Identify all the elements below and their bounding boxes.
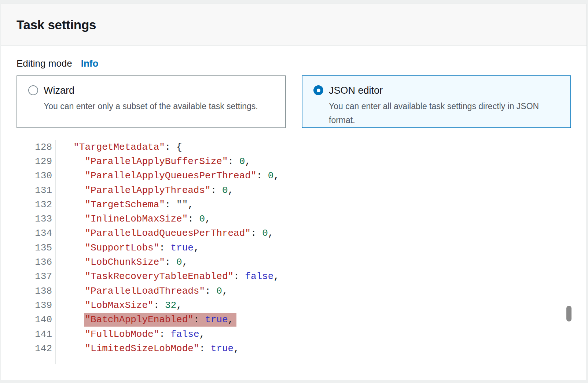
code-text[interactable]: "ParallelApplyQueuesPerThread": 0, bbox=[56, 170, 279, 181]
panel-content: Editing mode Info Wizard You can enter o… bbox=[1, 46, 587, 364]
wizard-radio-icon[interactable] bbox=[28, 85, 38, 95]
code-text[interactable]: "TargetSchema": "", bbox=[56, 199, 194, 210]
gutter-filler bbox=[16, 356, 56, 364]
json-code-editor[interactable]: 128 "TargetMetadata": {129 "ParallelAppl… bbox=[16, 140, 571, 364]
code-line[interactable]: 131 "ParallelApplyThreads": 0, bbox=[16, 183, 571, 197]
line-number: 128 bbox=[16, 140, 56, 154]
highlighted-code[interactable]: "BatchApplyEnabled": true, bbox=[84, 313, 236, 327]
line-number: 132 bbox=[16, 197, 56, 212]
code-line[interactable]: 134 "ParallelLoadQueuesPerThread": 0, bbox=[16, 226, 571, 241]
code-text[interactable]: "InlineLobMaxSize": 0, bbox=[56, 213, 211, 224]
code-line[interactable]: 136 "LobChunkSize": 0, bbox=[16, 255, 571, 269]
line-number: 136 bbox=[16, 255, 56, 269]
code-line[interactable]: 139 "LobMaxSize": 32, bbox=[16, 298, 571, 312]
tile-wizard-label: Wizard bbox=[44, 84, 258, 97]
line-number: 139 bbox=[16, 298, 56, 312]
info-link[interactable]: Info bbox=[81, 58, 99, 69]
code-lines: 128 "TargetMetadata": {129 "ParallelAppl… bbox=[16, 140, 571, 356]
code-text[interactable]: "ParallelLoadQueuesPerThread": 0, bbox=[56, 228, 273, 239]
line-number: 135 bbox=[16, 241, 56, 255]
code-text[interactable]: "LobMaxSize": 32, bbox=[56, 300, 182, 311]
code-text[interactable]: "LobChunkSize": 0, bbox=[56, 257, 188, 268]
tile-wizard-text: Wizard You can enter only a subset of th… bbox=[44, 84, 258, 113]
code-line[interactable]: 132 "TargetSchema": "", bbox=[16, 197, 571, 212]
line-number: 142 bbox=[16, 341, 56, 356]
tile-json-editor-label: JSON editor bbox=[329, 84, 556, 97]
code-text[interactable]: "TaskRecoveryTableEnabled": false, bbox=[56, 271, 279, 282]
radio-dot bbox=[317, 89, 320, 92]
tile-json-editor-text: JSON editor You can enter all available … bbox=[329, 84, 556, 127]
line-number: 140 bbox=[16, 313, 56, 327]
tile-json-editor-description: You can enter all available task setting… bbox=[329, 99, 556, 127]
code-line[interactable]: 138 "ParallelLoadThreads": 0, bbox=[16, 284, 571, 298]
json-editor-radio-icon[interactable] bbox=[313, 85, 323, 95]
editing-mode-row: Editing mode Info bbox=[16, 58, 571, 69]
code-line[interactable]: 142 "LimitedSizeLobMode": true, bbox=[16, 341, 571, 356]
line-number: 131 bbox=[16, 183, 56, 197]
line-number: 130 bbox=[16, 169, 56, 183]
line-number: 133 bbox=[16, 212, 56, 226]
code-line[interactable]: 128 "TargetMetadata": { bbox=[16, 140, 571, 154]
editing-mode-label: Editing mode bbox=[16, 58, 72, 69]
line-number: 141 bbox=[16, 327, 56, 341]
line-number: 129 bbox=[16, 154, 56, 168]
code-line[interactable]: 130 "ParallelApplyQueuesPerThread": 0, bbox=[16, 169, 571, 183]
line-number: 134 bbox=[16, 226, 56, 241]
code-text[interactable]: "ParallelApplyBufferSize": 0, bbox=[56, 156, 251, 167]
line-number: 138 bbox=[16, 284, 56, 298]
code-text[interactable]: "LimitedSizeLobMode": true, bbox=[56, 343, 239, 354]
task-settings-panel: Task settings Editing mode Info Wizard Y… bbox=[1, 4, 587, 380]
code-line[interactable]: 141 "FullLobMode": false, bbox=[16, 327, 571, 341]
tile-json-editor[interactable]: JSON editor You can enter all available … bbox=[302, 75, 571, 128]
code-line[interactable]: 129 "ParallelApplyBufferSize": 0, bbox=[16, 154, 571, 168]
scrollbar-thumb[interactable] bbox=[566, 306, 572, 321]
code-line[interactable]: 133 "InlineLobMaxSize": 0, bbox=[16, 212, 571, 226]
code-line[interactable]: 140 "BatchApplyEnabled": true, bbox=[16, 313, 571, 327]
code-text[interactable]: "ParallelApplyThreads": 0, bbox=[56, 185, 234, 196]
code-filler-line[interactable] bbox=[16, 356, 571, 364]
line-number: 137 bbox=[16, 269, 56, 284]
tile-wizard[interactable]: Wizard You can enter only a subset of th… bbox=[16, 75, 286, 128]
tile-wizard-description: You can enter only a subset of the avail… bbox=[44, 99, 258, 113]
code-text[interactable]: "BatchApplyEnabled": true, bbox=[56, 314, 236, 325]
code-text[interactable]: "SupportLobs": true, bbox=[56, 242, 199, 253]
page-title: Task settings bbox=[16, 18, 96, 32]
code-text[interactable]: "TargetMetadata": { bbox=[56, 142, 182, 153]
code-line[interactable]: 135 "SupportLobs": true, bbox=[16, 241, 571, 255]
editing-mode-tiles: Wizard You can enter only a subset of th… bbox=[16, 75, 571, 128]
code-text[interactable]: "FullLobMode": false, bbox=[56, 329, 205, 340]
code-text[interactable]: "ParallelLoadThreads": 0, bbox=[56, 286, 228, 297]
panel-header: Task settings bbox=[1, 4, 587, 46]
code-line[interactable]: 137 "TaskRecoveryTableEnabled": false, bbox=[16, 269, 571, 284]
